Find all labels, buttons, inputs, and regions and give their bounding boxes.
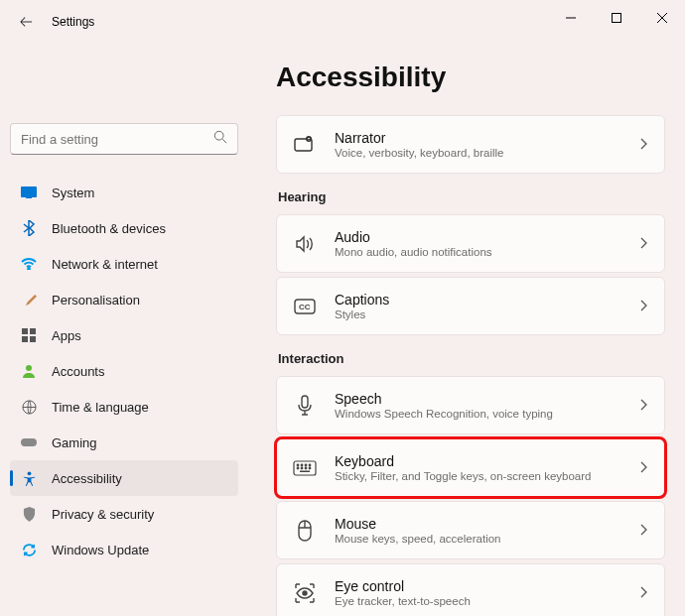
nav-item-label: Bluetooth & devices (52, 221, 166, 236)
svg-point-29 (303, 591, 307, 595)
card-body: NarratorVoice, verbosity, keyboard, brai… (335, 130, 640, 159)
nav-item-label: Accounts (52, 364, 104, 379)
svg-rect-7 (22, 336, 28, 342)
nav-item-label: Network & internet (52, 257, 158, 272)
svg-point-22 (309, 464, 311, 466)
svg-point-12 (27, 471, 31, 475)
maximize-button[interactable] (594, 2, 639, 34)
nav-item-wifi[interactable]: Network & internet (10, 246, 238, 282)
nav-item-account[interactable]: Accounts (10, 353, 238, 389)
svg-rect-3 (26, 197, 32, 198)
card-body: KeyboardSticky, Filter, and Toggle keys,… (335, 453, 640, 482)
svg-text:CC: CC (299, 303, 311, 311)
svg-point-20 (301, 464, 303, 466)
account-icon (20, 362, 38, 380)
section-heading: Interaction (278, 351, 665, 366)
chevron-right-icon (640, 459, 648, 477)
nav-list: SystemBluetooth & devicesNetwork & inter… (10, 175, 238, 567)
nav-item-label: System (52, 185, 94, 200)
section-heading: Hearing (278, 189, 665, 204)
svg-point-4 (28, 268, 30, 270)
card-subtitle: Styles (335, 308, 640, 320)
search-box[interactable] (10, 123, 238, 155)
card-title: Narrator (335, 130, 640, 146)
card-body: AudioMono audio, audio notifications (335, 229, 640, 258)
card-keyboard[interactable]: KeyboardSticky, Filter, and Toggle keys,… (276, 438, 665, 497)
search-input[interactable] (21, 132, 213, 147)
nav-item-label: Time & language (52, 400, 149, 415)
card-subtitle: Sticky, Filter, and Toggle keys, on-scre… (335, 470, 640, 482)
card-body: Eye controlEye tracker, text-to-speech (335, 578, 640, 607)
card-mouse[interactable]: MouseMouse keys, speed, acceleration (276, 501, 665, 559)
card-title: Eye control (335, 578, 640, 594)
mouse-icon (293, 519, 317, 543)
main-content: Accessibility NarratorVoice, verbosity, … (248, 44, 685, 616)
minimize-button[interactable] (548, 2, 594, 34)
svg-rect-8 (30, 336, 36, 342)
sidebar: SystemBluetooth & devicesNetwork & inter… (0, 44, 248, 616)
nav-item-apps[interactable]: Apps (10, 317, 238, 353)
a11y-icon (20, 469, 38, 487)
close-button[interactable] (639, 2, 685, 34)
chevron-right-icon (640, 298, 648, 315)
maximize-icon (612, 13, 621, 23)
card-title: Captions (335, 292, 640, 308)
app-title: Settings (52, 15, 94, 29)
card-audio[interactable]: AudioMono audio, audio notifications (276, 214, 665, 273)
window-controls (548, 10, 685, 34)
svg-point-14 (306, 136, 312, 142)
arrow-left-icon (19, 15, 33, 29)
apps-icon (20, 326, 38, 344)
nav-item-globe[interactable]: Time & language (10, 389, 238, 425)
svg-point-26 (309, 467, 311, 469)
shield-icon (20, 505, 38, 523)
back-button[interactable] (16, 12, 36, 32)
nav-item-gaming[interactable]: Gaming (10, 425, 238, 460)
minimize-icon (566, 13, 576, 23)
card-narrator[interactable]: NarratorVoice, verbosity, keyboard, brai… (276, 115, 665, 174)
nav-item-brush[interactable]: Personalisation (10, 282, 238, 317)
chevron-right-icon (640, 584, 648, 602)
svg-rect-2 (21, 186, 37, 197)
page-title: Accessibility (276, 62, 665, 93)
svg-rect-27 (300, 470, 310, 472)
nav-item-shield[interactable]: Privacy & security (10, 496, 238, 532)
chevron-right-icon (640, 522, 648, 540)
svg-point-24 (301, 467, 303, 469)
update-icon (20, 541, 38, 558)
card-subtitle: Mouse keys, speed, acceleration (335, 533, 640, 545)
brush-icon (20, 291, 38, 308)
nav-item-label: Personalisation (52, 293, 140, 308)
nav-item-system[interactable]: System (10, 175, 238, 210)
globe-icon (20, 398, 38, 416)
card-subtitle: Voice, verbosity, keyboard, braille (335, 147, 640, 159)
card-subtitle: Eye tracker, text-to-speech (335, 595, 640, 607)
svg-point-1 (214, 131, 223, 140)
card-title: Audio (335, 229, 640, 245)
gaming-icon (20, 433, 38, 451)
nav-item-a11y[interactable]: Accessibility (10, 460, 238, 496)
card-subtitle: Mono audio, audio notifications (335, 246, 640, 258)
system-icon (20, 184, 38, 201)
narrator-icon (293, 133, 317, 157)
keyboard-icon (293, 456, 317, 480)
titlebar: Settings (0, 0, 685, 44)
nav-item-label: Windows Update (52, 543, 149, 557)
card-captions[interactable]: CCCaptionsStyles (276, 277, 665, 335)
nav-item-bluetooth[interactable]: Bluetooth & devices (10, 210, 238, 246)
close-icon (657, 13, 667, 23)
nav-item-update[interactable]: Windows Update (10, 532, 238, 567)
svg-point-21 (305, 464, 307, 466)
svg-point-9 (26, 365, 32, 371)
svg-rect-6 (30, 328, 36, 334)
card-eye[interactable]: Eye controlEye tracker, text-to-speech (276, 563, 665, 616)
card-speech[interactable]: SpeechWindows Speech Recognition, voice … (276, 376, 665, 434)
card-body: CaptionsStyles (335, 292, 640, 320)
card-body: SpeechWindows Speech Recognition, voice … (335, 391, 640, 420)
card-body: MouseMouse keys, speed, acceleration (335, 516, 640, 545)
speech-icon (293, 394, 317, 418)
audio-icon (293, 232, 317, 256)
card-title: Keyboard (335, 453, 640, 469)
nav-item-label: Gaming (52, 435, 97, 450)
svg-point-23 (297, 467, 299, 469)
